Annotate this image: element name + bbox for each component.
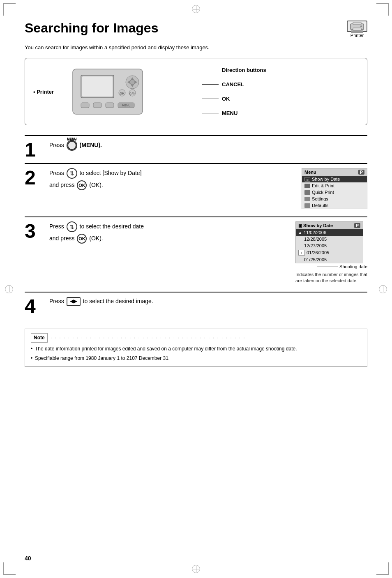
note-item-1: Specifiable range from 1980 January 1 to…	[31, 355, 361, 362]
page-title-area: Searching for Images Printer	[25, 21, 367, 38]
date-item-2: 12/27/2005	[296, 242, 363, 249]
date-area: ▣ Show by Date P ▲ 11/02/2006 12/28/2005	[295, 221, 367, 284]
defaults-icon	[304, 203, 310, 208]
step-1-text: Press MENU (MENU).	[49, 140, 367, 151]
step-3-line2: and press OK (OK).	[49, 234, 287, 244]
callout-direction-buttons: Direction buttons	[202, 67, 359, 73]
step-3: 3 Press ⇅ to select the desired date and…	[25, 216, 367, 288]
menu-item-edit-print: Edit & Print	[302, 182, 367, 189]
step-3-text-col: Press ⇅ to select the desired date and p…	[49, 221, 287, 244]
corner-mark-bl	[3, 562, 16, 575]
step-2: 2 Press ⇅ to select [Show by Date] and p…	[25, 163, 367, 213]
date-screen-header: ▣ Show by Date P	[296, 222, 363, 229]
step-1: 1 Press MENU (MENU).	[25, 135, 367, 160]
step-4: 4 Press ◀▶ to select the desired image.	[25, 292, 367, 316]
printer-icon	[347, 21, 367, 32]
updown-arrow-icon-2: ⇅	[67, 221, 77, 232]
note-section: Note · · · · · · · · · · · · · · · · · ·…	[25, 329, 367, 367]
callout-lines: Direction buttons CANCEL OK MENU	[190, 67, 359, 116]
menu-item-quick-print: Quick Print	[302, 189, 367, 196]
crosshair-left	[5, 285, 13, 293]
step-2-text-col: Press ⇅ to select [Show by Date] and pre…	[49, 168, 293, 190]
printer-device-svg: OK CAN MENU	[69, 65, 147, 118]
svg-rect-2	[353, 28, 361, 30]
indicates-text: Indicates the number of images thatare t…	[295, 272, 367, 284]
menu-button-icon: MENU	[67, 140, 77, 151]
date-screenshot: ▣ Show by Date P ▲ 11/02/2006 12/28/2005	[295, 221, 363, 263]
svg-rect-17	[81, 103, 89, 108]
step-2-with-image: Press ⇅ to select [Show by Date] and pre…	[49, 168, 367, 209]
step-1-press: Press	[49, 142, 64, 148]
svg-text:CAN: CAN	[129, 92, 136, 95]
date-item-0: ▲ 11/02/2006	[296, 229, 363, 236]
svg-point-3	[360, 25, 362, 27]
page-number: 40	[25, 555, 31, 562]
svg-rect-19	[106, 103, 114, 108]
updown-arrow-icon: ⇅	[67, 168, 77, 179]
callout-cancel: CANCEL	[202, 81, 359, 88]
step-3-number: 3	[25, 217, 45, 288]
printer-diagram-box: • Printer	[25, 58, 367, 125]
svg-rect-1	[353, 22, 361, 25]
crosshair-bottom	[192, 565, 200, 573]
print-icon	[304, 184, 310, 188]
svg-point-22	[68, 141, 76, 150]
step-2-line2: and press OK (OK).	[49, 180, 293, 190]
step-2-content: Press ⇅ to select [Show by Date] and pre…	[45, 164, 367, 213]
corner-mark-br	[376, 562, 389, 575]
quick-print-icon	[304, 190, 310, 195]
svg-text:OK: OK	[120, 92, 125, 95]
ok-button-icon-2: OK	[77, 234, 87, 244]
menu-item-settings: Settings	[302, 196, 367, 202]
page-subtitle: You can search for images within a speci…	[25, 44, 367, 51]
callout-ok: OK	[202, 96, 359, 102]
svg-point-12	[130, 80, 135, 85]
svg-rect-18	[93, 103, 101, 108]
settings-icon	[304, 197, 310, 201]
crosshair-top	[192, 5, 200, 13]
date-arrow-up: ▲	[298, 230, 302, 235]
step-4-content: Press ◀▶ to select the desired image.	[45, 292, 367, 316]
note-dots: · · · · · · · · · · · · · · · · · · · · …	[51, 334, 246, 342]
step-2-line1: Press ⇅ to select [Show by Date]	[49, 168, 293, 179]
step-2-number: 2	[25, 164, 45, 213]
printer-icon-label: Printer	[350, 33, 364, 38]
svg-rect-6	[82, 76, 113, 97]
date-item-3: 1 01/26/2005	[296, 249, 363, 256]
callout-menu: MENU	[202, 110, 359, 116]
step-4-text: Press ◀▶ to select the desired image.	[49, 297, 367, 306]
menu-item-defaults: Defaults	[302, 202, 367, 209]
calendar-icon: ▣	[304, 177, 310, 182]
date-count-badge: 1	[298, 250, 305, 256]
printer-bullet-label: • Printer	[33, 89, 54, 95]
step-3-with-image: Press ⇅ to select the desired date and p…	[49, 221, 367, 284]
menu-item-show-by-date: ▣ Show by Date	[302, 176, 367, 182]
menu-screen-header: Menu P	[302, 168, 367, 176]
svg-text:MENU: MENU	[122, 104, 131, 107]
step-3-line1: Press ⇅ to select the desired date	[49, 221, 287, 232]
step-4-number: 4	[25, 292, 45, 316]
note-label: Note	[31, 333, 48, 343]
printer-icon-box: Printer	[347, 21, 367, 38]
corner-mark-tr	[376, 3, 389, 16]
show-by-date-icon: ▣	[298, 223, 302, 228]
shooting-date-annotation: Shooting date	[295, 264, 367, 270]
lr-pad-icon: ◀▶	[67, 297, 81, 306]
step-1-number: 1	[25, 136, 45, 160]
step-1-content: Press MENU (MENU).	[45, 136, 367, 160]
crosshair-right	[379, 285, 387, 293]
page-title: Searching for Images	[25, 21, 158, 36]
note-item-0: The date information printed for images …	[31, 345, 361, 353]
date-item-1: 12/28/2005	[296, 236, 363, 242]
corner-mark-tl	[3, 3, 16, 16]
note-header: Note · · · · · · · · · · · · · · · · · ·…	[31, 333, 361, 343]
menu-screenshot: Menu P ▣ Show by Date Edit & Print Quick…	[302, 168, 367, 209]
date-item-4: 01/25/2005	[296, 256, 363, 263]
ok-button-icon: OK	[77, 180, 87, 190]
step-1-suffix: (MENU).	[80, 142, 102, 148]
